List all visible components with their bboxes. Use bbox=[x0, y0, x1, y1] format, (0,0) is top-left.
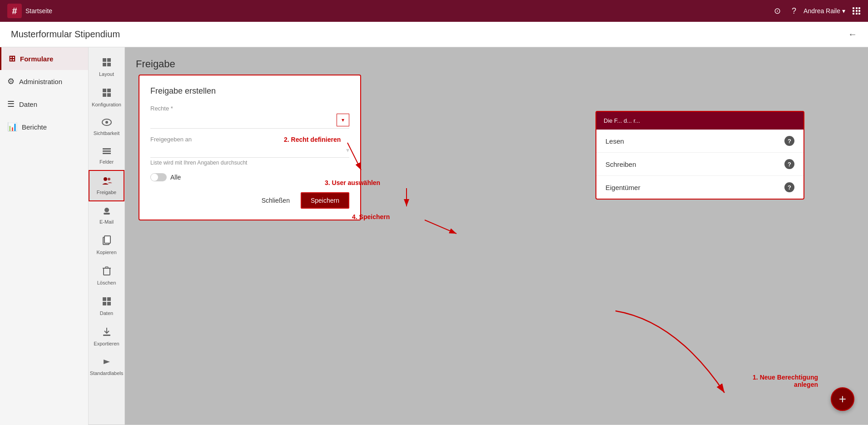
top-nav-right: ? Andrea Raile ▾ bbox=[792, 6, 861, 16]
top-navigation: # Startseite ⊙ ? Andrea Raile ▾ bbox=[0, 0, 868, 22]
inner-content-area: Layout Konfiguration Sichtbarkeit Felder bbox=[89, 47, 868, 425]
main-layout: ⊞ Formulare ⚙ Administration ☰ Daten 📊 B… bbox=[0, 47, 868, 425]
svg-rect-18 bbox=[104, 236, 110, 243]
chevron-freigabe-icon: ▾ bbox=[346, 146, 349, 154]
sichtbarkeit-icon bbox=[102, 118, 112, 129]
back-button[interactable]: ← bbox=[848, 29, 857, 40]
svg-rect-12 bbox=[103, 153, 111, 154]
sidebar-label-formulare: Formulare bbox=[20, 55, 53, 63]
sec-item-sichtbarkeit[interactable]: Sichtbarkeit bbox=[89, 113, 124, 141]
felder-label: Felder bbox=[99, 159, 114, 165]
sichtbarkeit-label: Sichtbarkeit bbox=[94, 130, 119, 136]
standardlabels-label: Standardlabels bbox=[90, 370, 123, 376]
konfiguration-label: Konfiguration bbox=[92, 102, 121, 107]
toggle-knob bbox=[151, 174, 158, 181]
modal-freigabe-erstellen: Freigabe erstellen Rechte * ▾ Freigegebe… bbox=[139, 75, 361, 220]
svg-rect-3 bbox=[107, 63, 111, 66]
svg-point-9 bbox=[105, 121, 108, 124]
sidebar-label-administration: Administration bbox=[19, 78, 62, 85]
freigegeben-an-input-row: ▾ bbox=[150, 145, 349, 158]
option-lesen[interactable]: Lesen ? bbox=[596, 130, 804, 153]
secondary-sidebar: Layout Konfiguration Sichtbarkeit Felder bbox=[89, 47, 125, 425]
user-name: Andrea Raile bbox=[804, 7, 840, 15]
sidebar-item-daten[interactable]: ☰ Daten bbox=[0, 93, 88, 115]
rechte-input[interactable] bbox=[150, 115, 337, 125]
svg-rect-23 bbox=[107, 297, 111, 301]
sec-item-felder[interactable]: Felder bbox=[89, 141, 124, 170]
sec-item-exportieren[interactable]: Exportieren bbox=[89, 321, 124, 352]
rechte-field-label: Rechte * bbox=[150, 105, 349, 112]
svg-rect-1 bbox=[107, 58, 111, 62]
svg-rect-26 bbox=[103, 335, 110, 336]
svg-rect-24 bbox=[103, 302, 106, 305]
administration-icon: ⚙ bbox=[7, 76, 15, 86]
help-icon[interactable]: ? bbox=[792, 6, 796, 16]
user-menu[interactable]: Andrea Raile ▾ bbox=[804, 7, 845, 15]
svg-rect-10 bbox=[103, 148, 111, 150]
layout-icon bbox=[102, 57, 112, 70]
sidebar-item-formulare[interactable]: ⊞ Formulare bbox=[0, 47, 88, 70]
svg-point-15 bbox=[104, 208, 109, 212]
save-button[interactable]: Speichern bbox=[301, 192, 349, 209]
kopieren-icon bbox=[102, 235, 111, 248]
logo-area[interactable]: # Startseite bbox=[7, 4, 52, 18]
sec-item-konfiguration[interactable]: Konfiguration bbox=[89, 82, 124, 113]
option-eigentuemer[interactable]: Eigentümer ? bbox=[596, 176, 804, 199]
sidebar-item-berichte[interactable]: 📊 Berichte bbox=[0, 115, 88, 138]
svg-rect-2 bbox=[103, 63, 106, 66]
svg-rect-19 bbox=[104, 268, 110, 275]
sidebar-item-administration[interactable]: ⚙ Administration bbox=[0, 70, 88, 93]
rechte-dropdown-button[interactable]: ▾ bbox=[337, 114, 349, 126]
annotation-step2: 2. Recht definieren bbox=[284, 136, 341, 143]
email-label: E-Mail bbox=[99, 219, 114, 225]
svg-point-13 bbox=[104, 177, 107, 181]
modal-title: Freigabe erstellen bbox=[150, 86, 349, 96]
modal-footer: Schließen Speichern bbox=[150, 192, 349, 209]
annotation-step4: 4. Speichern bbox=[352, 213, 390, 220]
sec-item-email[interactable]: E-Mail bbox=[89, 201, 124, 230]
alle-toggle-row: Alle bbox=[150, 173, 349, 181]
svg-rect-11 bbox=[103, 150, 111, 152]
rechte-panel-header: Die F... d... r... bbox=[596, 112, 804, 130]
svg-rect-0 bbox=[103, 58, 106, 62]
sec-item-daten2[interactable]: Daten bbox=[89, 291, 124, 321]
sec-item-layout[interactable]: Layout bbox=[89, 52, 124, 82]
freigeben-hint: Liste wird mit Ihren Angaben durchsucht bbox=[150, 160, 349, 166]
option-eigentuemer-label: Eigentümer bbox=[605, 184, 640, 191]
loeschen-icon bbox=[102, 266, 111, 278]
apps-grid-icon[interactable] bbox=[853, 7, 861, 15]
help-eigentuemer-icon[interactable]: ? bbox=[784, 182, 794, 192]
loeschen-label: Löschen bbox=[97, 280, 116, 285]
modal-overlay: Freigabe erstellen Rechte * ▾ Freigegebe… bbox=[125, 47, 868, 425]
rechte-panel: Die F... d... r... Lesen ? Schreiben ? E… bbox=[595, 111, 804, 200]
svg-rect-6 bbox=[103, 93, 106, 97]
rechte-input-row: ▾ bbox=[150, 114, 349, 129]
sec-item-loeschen[interactable]: Löschen bbox=[89, 260, 124, 291]
help-lesen-icon[interactable]: ? bbox=[784, 136, 794, 146]
sidebar-label-daten: Daten bbox=[19, 100, 37, 108]
circle-icon[interactable]: ⊙ bbox=[774, 6, 781, 16]
layout-label: Layout bbox=[99, 71, 114, 77]
rechte-header-text: Die F... d... r... bbox=[604, 117, 640, 124]
help-schreiben-icon[interactable]: ? bbox=[784, 159, 794, 169]
alle-toggle[interactable] bbox=[150, 173, 167, 181]
close-button[interactable]: Schließen bbox=[256, 194, 295, 207]
svg-point-14 bbox=[108, 178, 110, 180]
kopieren-label: Kopieren bbox=[96, 250, 116, 255]
daten2-label: Daten bbox=[100, 310, 113, 316]
berichte-icon: 📊 bbox=[7, 122, 17, 132]
annotation-step3: 3. User auswählen bbox=[325, 179, 380, 186]
sidebar-label-berichte: Berichte bbox=[22, 123, 47, 131]
svg-rect-5 bbox=[107, 89, 111, 92]
freigegeben-an-input[interactable] bbox=[150, 145, 346, 155]
felder-icon bbox=[102, 147, 112, 157]
annotation-step1: 1. Neue Berechtigunganlegen bbox=[753, 374, 818, 388]
svg-rect-21 bbox=[105, 267, 108, 268]
sec-item-freigabe[interactable]: Freigabe bbox=[89, 170, 124, 201]
sec-item-kopieren[interactable]: Kopieren bbox=[89, 230, 124, 260]
option-schreiben[interactable]: Schreiben ? bbox=[596, 153, 804, 176]
sec-item-standardlabels[interactable]: Standardlabels bbox=[89, 352, 124, 381]
option-schreiben-label: Schreiben bbox=[605, 160, 636, 168]
content-header: Musterformular Stipendium ← bbox=[0, 22, 868, 47]
freigabe-label: Freigabe bbox=[97, 190, 116, 195]
